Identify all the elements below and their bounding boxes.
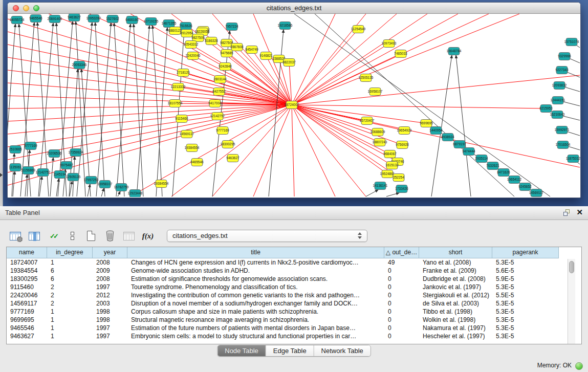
table-cell[interactable]: 6	[47, 275, 93, 283]
table-cell[interactable]: 2	[47, 283, 93, 291]
table-cell[interactable]: 2008	[93, 258, 127, 267]
table-cell[interactable]: 5.5E-5	[492, 291, 559, 299]
table-cell[interactable]: Investigating the contribution of common…	[127, 291, 384, 299]
column-header-short[interactable]: short	[419, 247, 492, 258]
panel-handle-icon[interactable]	[0, 173, 3, 177]
table-row[interactable]: 1456911722003Disruption of a novel membe…	[7, 299, 581, 308]
table-row[interactable]: 946362711997Embryonic stem cells: a mode…	[7, 332, 581, 340]
table-row[interactable]: 1830029562008Estimation of significance …	[7, 275, 581, 283]
table-cell[interactable]: 2003	[93, 299, 127, 308]
table-cell[interactable]: Embryonic stem cells: a model to study s…	[127, 332, 384, 340]
table-cell[interactable]: Nakamura et al. (1997)	[419, 324, 492, 332]
table-cell[interactable]: 5.3E-5	[492, 324, 559, 332]
close-window-button[interactable]	[13, 5, 19, 11]
table-cell[interactable]: 9465546	[7, 324, 47, 332]
select-all-button[interactable]: ✓✓	[46, 229, 60, 243]
table-cell[interactable]: 9463627	[7, 332, 47, 340]
network-view-window[interactable]: citations_edges.txt 98220379115460121427…	[7, 2, 581, 198]
table-cell[interactable]: 1	[47, 332, 93, 340]
table-cell[interactable]: Hescheler et al. (1997)	[419, 332, 492, 340]
float-panel-icon[interactable]	[563, 209, 570, 216]
tab-network-table[interactable]: Network Table	[314, 345, 371, 356]
table-cell[interactable]: 5.6E-5	[492, 267, 559, 275]
deselect-all-button[interactable]	[65, 229, 79, 243]
column-header-title[interactable]: title	[127, 247, 384, 258]
table-row[interactable]: 946554611997Estimation of the future num…	[7, 324, 581, 332]
table-cell[interactable]: 1997	[93, 332, 127, 340]
table-row[interactable]: 977716911998Corpus callosum shape and si…	[7, 308, 581, 316]
table-cell[interactable]: 19384554	[7, 267, 47, 275]
minimize-window-button[interactable]	[23, 5, 29, 11]
window-titlebar[interactable]: citations_edges.txt	[8, 3, 580, 14]
close-panel-icon[interactable]: ✕	[576, 209, 583, 216]
table-cell[interactable]: 0	[384, 324, 419, 332]
table-cell[interactable]: Tibbo et al. (1998)	[419, 308, 492, 316]
table-cell[interactable]: 18300295	[7, 275, 47, 283]
table-cell[interactable]: 2012	[93, 291, 127, 299]
table-cell[interactable]: Franke et al. (2009)	[419, 267, 492, 275]
table-cell[interactable]: Estimation of the future numbers of pati…	[127, 324, 384, 332]
table-cell[interactable]: 9115460	[7, 283, 47, 291]
table-cell[interactable]: 0	[384, 332, 419, 340]
column-header-in_degree[interactable]: in_degree	[47, 247, 93, 258]
table-cell[interactable]: 5.3E-5	[492, 308, 559, 316]
table-cell[interactable]: Jankovic et al. (1997)	[419, 283, 492, 291]
table-cell[interactable]: 1	[47, 308, 93, 316]
table-cell[interactable]: 0	[384, 299, 419, 308]
table-cell[interactable]: 1998	[93, 316, 127, 324]
column-visibility-button[interactable]	[27, 229, 41, 243]
tab-node-table[interactable]: Node Table	[217, 345, 266, 356]
table-cell[interactable]: 5.3E-5	[492, 332, 559, 340]
memory-status-indicator[interactable]	[575, 362, 583, 370]
table-cell[interactable]: 2	[47, 299, 93, 308]
table-cell[interactable]: de Silva et al. (2003)	[419, 299, 492, 308]
table-row[interactable]: 2242004622012Investigating the contribut…	[7, 291, 581, 299]
network-canvas[interactable]: 9822037911546012142757145691179777169193…	[8, 14, 580, 197]
table-cell[interactable]: 2	[47, 291, 93, 299]
table-cell[interactable]: 2009	[93, 267, 127, 275]
table-cell[interactable]: 1997	[93, 283, 127, 291]
table-cell[interactable]: 0	[384, 267, 419, 275]
table-row[interactable]: 911546021997Tourette syndrome. Phenomeno…	[7, 283, 581, 291]
tab-edge-table[interactable]: Edge Table	[266, 345, 314, 356]
table-cell[interactable]: 5.3E-5	[492, 316, 559, 324]
table-cell[interactable]: 1997	[93, 324, 127, 332]
table-cell[interactable]: 5.3E-5	[492, 299, 559, 308]
table-cell[interactable]: Genome-wide association studies in ADHD.	[127, 267, 384, 275]
table-scrollbar[interactable]	[568, 259, 575, 344]
new-column-button[interactable]	[84, 229, 98, 243]
table-panel-header[interactable]: Table Panel ✕	[0, 206, 588, 220]
table-cell[interactable]: 0	[384, 283, 419, 291]
table-cell[interactable]: 14569117	[7, 299, 47, 308]
table-cell[interactable]: 1	[47, 258, 93, 267]
table-cell[interactable]: 0	[384, 308, 419, 316]
side-panel-edge[interactable]	[0, 0, 3, 206]
table-cell[interactable]: Structural magnetic resonance image aver…	[127, 316, 384, 324]
table-cell[interactable]: Corpus callosum shape and size in male p…	[127, 308, 384, 316]
table-cell[interactable]: 22420046	[7, 291, 47, 299]
table-cell[interactable]: 5.3E-5	[492, 258, 559, 267]
table-cell[interactable]: Wolkin et al. (1998)	[419, 316, 492, 324]
table-cell[interactable]: Tourette syndrome. Phenomenology and cla…	[127, 283, 384, 291]
column-header-year[interactable]: year	[93, 247, 127, 258]
table-cell[interactable]: 49	[384, 258, 419, 267]
table-row[interactable]: 969969511998Structural magnetic resonanc…	[7, 316, 581, 324]
table-row[interactable]: 1872400712008Changes of HCN gene express…	[7, 258, 581, 267]
table-cell[interactable]: Stergiakouli et al. (2012)	[419, 291, 492, 299]
delete-column-button[interactable]	[103, 229, 117, 243]
table-cell[interactable]: Estimation of significance thresholds fo…	[127, 275, 384, 283]
table-cell[interactable]: 5.9E-5	[492, 275, 559, 283]
table-cell[interactable]: 18724007	[7, 258, 47, 267]
table-cell[interactable]: 6	[47, 267, 93, 275]
table-cell[interactable]: Yano et al. (2008)	[419, 258, 492, 267]
table-cell[interactable]: 9699695	[7, 316, 47, 324]
scrollbar-thumb[interactable]	[569, 261, 574, 273]
table-cell[interactable]: 5.3E-5	[492, 283, 559, 291]
table-mode-button[interactable]	[8, 229, 23, 243]
table-cell[interactable]: Dudbridge et al. (2008)	[419, 275, 492, 283]
table-cell[interactable]: 1998	[93, 308, 127, 316]
table-cell[interactable]: 0	[384, 316, 419, 324]
column-header-out_de[interactable]: △ out_de…	[384, 247, 419, 258]
column-header-name[interactable]: name	[7, 247, 47, 258]
table-cell[interactable]: 9777169	[7, 308, 47, 316]
